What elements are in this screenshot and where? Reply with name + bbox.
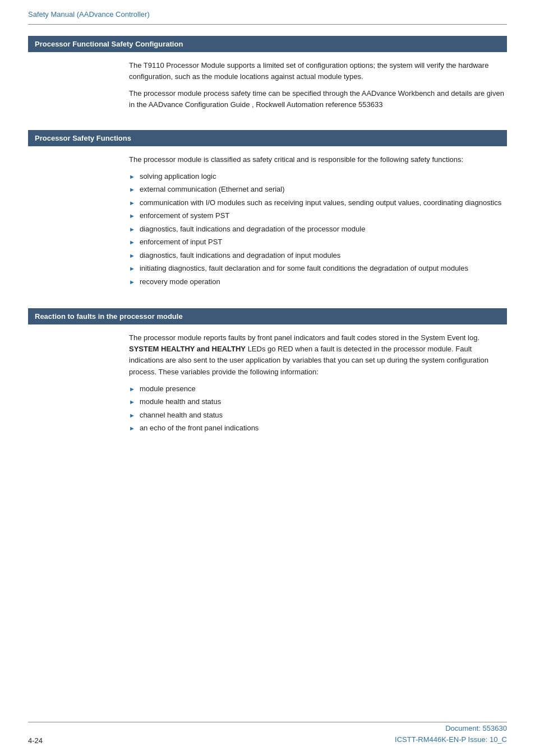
para-functional-safety-2: The processor module process safety time… bbox=[129, 88, 507, 110]
list-item: ► module health and status bbox=[129, 396, 507, 407]
main-content: Processor Functional Safety Configuratio… bbox=[0, 25, 535, 500]
bullet-arrow-icon: ► bbox=[129, 251, 135, 261]
list-item: ► solving application logic bbox=[129, 171, 507, 182]
list-item: ► enforcement of input PST bbox=[129, 236, 507, 248]
bullet-text: diagnostics, fault indications and degra… bbox=[140, 224, 366, 235]
bullet-arrow-icon: ► bbox=[129, 225, 135, 234]
section-processor-functional-safety: Processor Functional Safety Configuratio… bbox=[28, 36, 507, 119]
list-item: ► external communication (Ethernet and s… bbox=[129, 184, 507, 195]
bullet-arrow-icon: ► bbox=[129, 185, 135, 194]
section-title-reaction: Reaction to faults in the processor modu… bbox=[35, 312, 183, 321]
breadcrumb[interactable]: Safety Manual (AADvance Controller) bbox=[28, 10, 150, 18]
footer-doc-info: Document: 553630 ICSTT-RM446K-EN-P Issue… bbox=[395, 723, 507, 745]
para-safety-functions-intro: The processor module is classified as sa… bbox=[129, 154, 507, 165]
bullet-text: external communication (Ethernet and ser… bbox=[140, 184, 285, 195]
bullet-text: enforcement of input PST bbox=[140, 236, 222, 248]
bullet-text: channel health and status bbox=[140, 410, 223, 421]
list-item: ► diagnostics, fault indications and deg… bbox=[129, 250, 507, 261]
section-body-safety-functions: The processor module is classified as sa… bbox=[28, 146, 507, 298]
bullet-arrow-icon: ► bbox=[129, 172, 135, 182]
bullet-arrow-icon: ► bbox=[129, 397, 135, 407]
bullet-text: initiating diagnostics, fault declaratio… bbox=[140, 263, 468, 274]
bullet-arrow-icon: ► bbox=[129, 411, 135, 420]
bullet-text: communication with I/O modules such as r… bbox=[140, 197, 501, 208]
bullet-text: solving application logic bbox=[140, 171, 216, 182]
section-body-reaction: The processor module reports faults by f… bbox=[28, 324, 507, 444]
list-item: ► module presence bbox=[129, 383, 507, 395]
header-area: Safety Manual (AADvance Controller) bbox=[0, 0, 535, 18]
list-item: ► communication with I/O modules such as… bbox=[129, 197, 507, 208]
section-title-safety-functions: Processor Safety Functions bbox=[35, 134, 131, 142]
bullet-arrow-icon: ► bbox=[129, 238, 135, 247]
section-processor-safety-functions: Processor Safety Functions The processor… bbox=[28, 130, 507, 298]
section-header-functional-safety: Processor Functional Safety Configuratio… bbox=[28, 36, 507, 52]
para-reaction-bold: SYSTEM HEALTHY and HEALTHY bbox=[129, 345, 246, 353]
footer-divider bbox=[28, 722, 507, 722]
page-container: Safety Manual (AADvance Controller) Proc… bbox=[0, 0, 535, 756]
section-header-reaction: Reaction to faults in the processor modu… bbox=[28, 308, 507, 324]
section-body-functional-safety: The T9110 Processor Module supports a li… bbox=[28, 52, 507, 119]
list-item: ► an echo of the front panel indications bbox=[129, 423, 507, 434]
para-reaction-intro: The processor module reports faults by f… bbox=[129, 332, 507, 378]
bullet-arrow-icon: ► bbox=[129, 384, 135, 394]
footer-document-line2: ICSTT-RM446K-EN-P Issue: 10_C bbox=[395, 734, 507, 745]
list-item: ► diagnostics, fault indications and deg… bbox=[129, 224, 507, 235]
bullet-arrow-icon: ► bbox=[129, 264, 135, 273]
bullet-arrow-icon: ► bbox=[129, 211, 135, 221]
list-item: ► channel health and status bbox=[129, 410, 507, 421]
para-reaction-part1: The processor module reports faults by f… bbox=[129, 333, 479, 342]
bullet-text: an echo of the front panel indications bbox=[140, 423, 259, 434]
section-reaction-to-faults: Reaction to faults in the processor modu… bbox=[28, 308, 507, 444]
footer-page-number: 4-24 bbox=[28, 736, 43, 745]
bullet-list-reaction: ► module presence ► module health and st… bbox=[129, 383, 507, 434]
bullet-text: enforcement of system PST bbox=[140, 210, 229, 221]
bullet-text: diagnostics, fault indications and degra… bbox=[140, 250, 340, 261]
bullet-text: module health and status bbox=[140, 396, 221, 407]
bullet-text: recovery mode operation bbox=[140, 276, 220, 287]
bullet-list-safety-functions: ► solving application logic ► external c… bbox=[129, 171, 507, 287]
list-item: ► enforcement of system PST bbox=[129, 210, 507, 221]
list-item: ► recovery mode operation bbox=[129, 276, 507, 287]
section-header-safety-functions: Processor Safety Functions bbox=[28, 130, 507, 146]
bullet-arrow-icon: ► bbox=[129, 424, 135, 433]
footer-document-line1: Document: 553630 bbox=[395, 723, 507, 734]
bullet-arrow-icon: ► bbox=[129, 198, 135, 208]
bullet-text: module presence bbox=[140, 383, 196, 395]
footer-area: 4-24 Document: 553630 ICSTT-RM446K-EN-P … bbox=[0, 723, 535, 745]
bullet-arrow-icon: ► bbox=[129, 277, 135, 287]
para-functional-safety-1: The T9110 Processor Module supports a li… bbox=[129, 60, 507, 82]
list-item: ► initiating diagnostics, fault declarat… bbox=[129, 263, 507, 274]
section-title-functional-safety: Processor Functional Safety Configuratio… bbox=[35, 40, 183, 48]
